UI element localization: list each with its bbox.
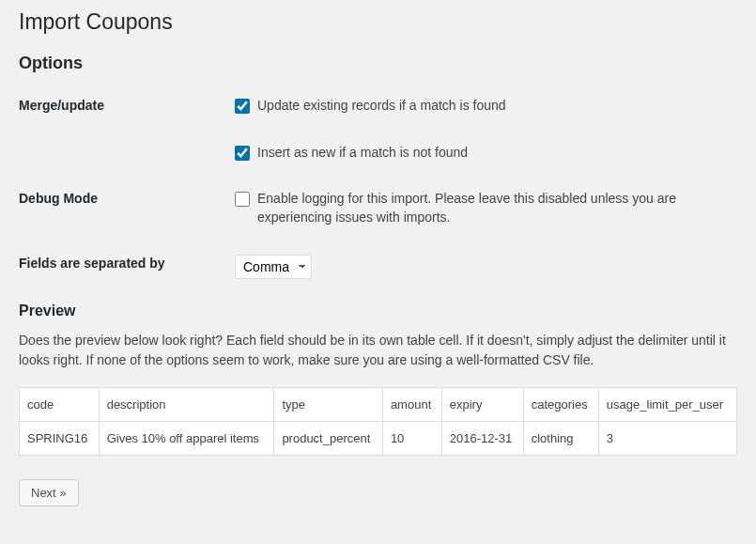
- col-categories: categories: [523, 388, 598, 422]
- cell-usage-limit: 3: [598, 422, 736, 456]
- update-existing-checkbox[interactable]: [235, 99, 250, 114]
- delimiter-label: Fields are separated by: [19, 255, 235, 271]
- preview-description: Does the preview below look right? Each …: [19, 331, 737, 370]
- insert-new-checkbox[interactable]: [235, 146, 250, 161]
- cell-code: SPRING16: [20, 422, 100, 456]
- debug-mode-row: Debug Mode Enable logging for this impor…: [19, 190, 737, 226]
- delimiter-select[interactable]: Comma: [235, 255, 312, 279]
- next-button[interactable]: Next »: [19, 479, 79, 506]
- debug-mode-label: Debug Mode: [19, 190, 235, 206]
- options-heading: Options: [19, 54, 737, 73]
- update-existing-text: Update existing records if a match is fo…: [257, 97, 737, 116]
- col-description: description: [99, 388, 274, 422]
- page-title: Import Coupons: [19, 9, 737, 35]
- insert-new-row: Insert as new if a match is not found: [19, 144, 737, 163]
- col-type: type: [274, 388, 383, 422]
- preview-heading: Preview: [19, 303, 737, 319]
- cell-description: Gives 10% off apparel items: [99, 422, 274, 456]
- col-amount: amount: [382, 388, 441, 422]
- col-usage-limit: usage_limit_per_user: [598, 388, 736, 422]
- cell-categories: clothing: [523, 422, 598, 456]
- preview-table: code description type amount expiry cate…: [19, 387, 737, 456]
- cell-amount: 10: [382, 422, 441, 456]
- merge-update-label: Merge/update: [19, 97, 235, 113]
- enable-logging-text: Enable logging for this import. Please l…: [257, 190, 737, 226]
- enable-logging-checkbox[interactable]: [235, 192, 250, 207]
- cell-type: product_percent: [274, 422, 383, 456]
- col-expiry: expiry: [441, 388, 523, 422]
- col-code: code: [20, 388, 100, 422]
- delimiter-row: Fields are separated by Comma: [19, 255, 737, 279]
- table-row: SPRING16 Gives 10% off apparel items pro…: [20, 422, 737, 456]
- cell-expiry: 2016-12-31: [441, 422, 523, 456]
- insert-new-text: Insert as new if a match is not found: [257, 144, 737, 163]
- merge-update-row: Merge/update Update existing records if …: [19, 97, 737, 116]
- table-header-row: code description type amount expiry cate…: [20, 388, 737, 422]
